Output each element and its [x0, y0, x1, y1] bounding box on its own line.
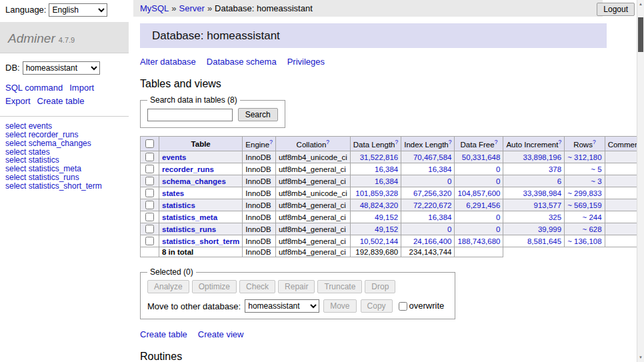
sidebar-link-export[interactable]: Export — [5, 96, 31, 106]
index-length-link[interactable]: 67,256,320 — [413, 189, 452, 197]
data-length-link[interactable]: 16,384 — [375, 177, 398, 185]
scrollbar-thumb[interactable] — [638, 17, 643, 52]
sidebar-select-statistics-runs[interactable]: select statistics_runs — [5, 173, 123, 182]
index-length-link[interactable]: 16,384 — [428, 165, 451, 173]
check-all-checkbox[interactable] — [145, 139, 154, 148]
index-length-link[interactable]: 72,220,672 — [413, 201, 452, 209]
action-database-schema[interactable]: Database schema — [207, 57, 277, 67]
rows-link[interactable]: ~ 3 — [591, 177, 601, 185]
data-length-link[interactable]: 101,859,328 — [355, 189, 398, 197]
scrollbar[interactable] — [637, 0, 644, 362]
overwrite-checkbox[interactable] — [399, 302, 407, 311]
check-button[interactable]: Check — [239, 280, 275, 293]
app-name[interactable]: Adminer — [8, 31, 55, 45]
auto-increment-link[interactable]: 8,581,645 — [527, 237, 561, 245]
table-link[interactable]: schema_changes — [162, 177, 226, 185]
action-privileges[interactable]: Privileges — [287, 57, 325, 67]
table-link[interactable]: statistics — [162, 201, 195, 209]
data-length-link[interactable]: 48,824,320 — [360, 201, 399, 209]
index-length-link[interactable]: 0 — [447, 225, 451, 233]
auto-increment-link[interactable]: 6 — [557, 177, 561, 185]
row-checkbox[interactable] — [145, 165, 154, 173]
rows-link[interactable]: ~ 5 — [591, 165, 601, 173]
data-free-link[interactable]: 50,331,648 — [462, 153, 501, 161]
help-link[interactable]: ? — [593, 139, 596, 145]
row-checkbox[interactable] — [145, 177, 154, 185]
table-link[interactable]: recorder_runs — [162, 165, 214, 173]
move-db-select[interactable]: homeassistant — [245, 299, 319, 313]
sidebar-link-import[interactable]: Import — [69, 83, 94, 93]
move-button[interactable]: Move — [323, 299, 356, 313]
overwrite-option[interactable]: overwrite — [397, 301, 445, 311]
data-free-link[interactable]: 104,857,600 — [457, 189, 500, 197]
action-alter-database[interactable]: Alter database — [140, 57, 196, 67]
rows-link[interactable]: ~ 628 — [583, 225, 602, 233]
row-checkbox[interactable] — [145, 189, 154, 197]
help-link[interactable]: ? — [395, 139, 398, 145]
help-link[interactable]: ? — [449, 139, 452, 145]
sidebar-link-sql-command[interactable]: SQL command — [5, 83, 63, 93]
search-input[interactable] — [147, 109, 233, 121]
data-free-link[interactable]: 188,743,680 — [457, 237, 500, 245]
optimize-button[interactable]: Optimize — [192, 280, 237, 293]
table-link[interactable]: events — [162, 153, 186, 161]
data-free-link[interactable]: 0 — [496, 165, 500, 173]
index-length-link[interactable]: 16,384 — [428, 213, 451, 221]
auto-increment-link[interactable]: 378 — [549, 165, 561, 173]
rows-link[interactable]: ~ 569,159 — [567, 201, 601, 209]
auto-increment-link[interactable]: 39,999 — [538, 225, 561, 233]
db-select[interactable]: homeassistant — [23, 61, 100, 75]
help-link[interactable]: ? — [495, 139, 498, 145]
rows-link[interactable]: ~ 312,180 — [567, 153, 601, 161]
auto-increment-link[interactable]: 913,577 — [534, 201, 562, 209]
scroll-up-icon[interactable] — [637, 0, 644, 9]
copy-button[interactable]: Copy — [361, 299, 393, 313]
data-free-link[interactable]: 0 — [496, 225, 500, 233]
index-length-link[interactable]: 0 — [447, 177, 451, 185]
row-checkbox[interactable] — [145, 237, 154, 245]
data-length-link[interactable]: 49,152 — [375, 225, 398, 233]
table-link[interactable]: statistics_meta — [162, 213, 217, 221]
rows-link[interactable]: ~ 299,833 — [567, 189, 601, 197]
index-length-link[interactable]: 70,467,584 — [413, 153, 452, 161]
auto-increment-link[interactable]: 325 — [549, 213, 561, 221]
row-checkbox[interactable] — [145, 213, 154, 221]
repair-button[interactable]: Repair — [278, 280, 315, 293]
index-length-link[interactable]: 24,166,400 — [413, 237, 452, 245]
help-link[interactable]: ? — [269, 139, 273, 145]
row-checkbox[interactable] — [145, 225, 154, 233]
data-length-link[interactable]: 31,522,816 — [360, 153, 399, 161]
search-button[interactable]: Search — [238, 108, 278, 121]
scroll-down-icon[interactable] — [637, 353, 644, 362]
rows-link[interactable]: ~ 136,108 — [567, 237, 601, 245]
breadcrumb-server-link[interactable]: Server — [179, 3, 205, 13]
rows-link[interactable]: ~ 244 — [583, 213, 602, 221]
data-free-link[interactable]: 0 — [496, 213, 500, 221]
help-link[interactable]: ? — [326, 139, 329, 145]
table-link[interactable]: states — [162, 189, 184, 197]
logout-button[interactable]: Logout — [597, 3, 635, 16]
truncate-button[interactable]: Truncate — [317, 280, 362, 293]
data-length-link[interactable]: 10,502,144 — [360, 237, 399, 245]
analyze-button[interactable]: Analyze — [147, 280, 189, 293]
sidebar-link-create-table[interactable]: Create table — [37, 96, 85, 106]
auto-increment-link[interactable]: 33,398,984 — [523, 189, 562, 197]
breadcrumb-mysql-link[interactable]: MySQL — [140, 3, 169, 13]
table-link[interactable]: statistics_short_term — [162, 237, 239, 245]
language-select[interactable]: English — [49, 3, 107, 17]
table-link[interactable]: statistics_runs — [162, 225, 216, 233]
row-checkbox[interactable] — [145, 201, 154, 209]
row-checkbox[interactable] — [145, 153, 154, 161]
data-free-link[interactable]: 0 — [496, 177, 500, 185]
auto-increment-link[interactable]: 33,898,196 — [523, 153, 562, 161]
data-length-link[interactable]: 49,152 — [375, 213, 398, 221]
sidebar-select-statistics-short-term[interactable]: select statistics_short_term — [5, 182, 123, 191]
help-link[interactable]: ? — [558, 139, 561, 145]
create-view-link[interactable]: Create view — [198, 329, 244, 339]
sidebar-select-schema-changes[interactable]: select schema_changes — [5, 139, 123, 148]
sidebar-select-recorder-runs[interactable]: select recorder_runs — [5, 131, 123, 139]
data-free-link[interactable]: 6,291,456 — [466, 201, 500, 209]
data-length-link[interactable]: 16,384 — [375, 165, 398, 173]
create-table-link[interactable]: Create table — [140, 329, 187, 339]
drop-button[interactable]: Drop — [365, 280, 395, 293]
